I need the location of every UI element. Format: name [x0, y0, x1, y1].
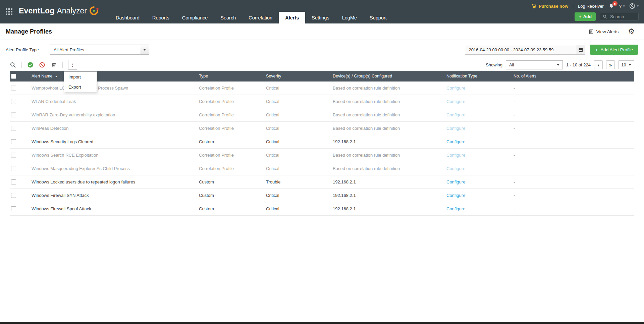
alert-type: Correlation Profile [199, 112, 266, 117]
enable-check-icon[interactable] [27, 62, 34, 68]
purchase-now-link[interactable]: Purchase now [531, 3, 568, 9]
row-checkbox[interactable] [11, 139, 16, 144]
cart-icon [531, 3, 537, 9]
column-alert-name[interactable]: Alert Name ▲ [26, 74, 199, 78]
last-page-button[interactable]: » [606, 60, 615, 69]
column-notification-type[interactable]: Notification Type [446, 74, 514, 78]
calendar-icon[interactable] [576, 45, 585, 55]
page-size-select[interactable]: 10 [618, 60, 634, 69]
nav-settings[interactable]: Settings [305, 12, 335, 23]
notifications-bell-icon[interactable]: 5 [608, 3, 614, 9]
menu-item-import[interactable]: Import [64, 72, 97, 82]
more-actions-button[interactable]: ⋮ [68, 60, 77, 70]
add-alert-profile-button[interactable]: + Add Alert Profile [590, 45, 638, 55]
row-checkbox[interactable] [11, 179, 16, 184]
alert-count: - [514, 166, 634, 171]
alert-devices: Based on correlation rule definition [333, 112, 446, 117]
nav-alerts[interactable]: Alerts [279, 12, 305, 23]
top-right-utilities: Purchase now Log Receiver 5 ? ▾ ▾ [531, 2, 639, 10]
alert-devices: 192.168.2.1 [333, 179, 446, 184]
configure-link[interactable]: Configure [446, 99, 465, 104]
column-devices[interactable]: Device(s) / Group(s) Configured [333, 74, 446, 78]
alert-name: Wsmprovhost LOLBAS Execution Process Spa… [26, 86, 199, 91]
logo-text-light: Analyzer [57, 6, 87, 15]
divider [573, 4, 573, 8]
select-all-checkbox[interactable] [11, 74, 16, 79]
alert-devices: Based on correlation rule definition [333, 126, 446, 131]
nav-logme[interactable]: LogMe [336, 12, 363, 23]
row-checkbox[interactable] [11, 166, 16, 171]
alert-severity: Critical [266, 126, 333, 131]
row-checkbox[interactable] [11, 112, 16, 117]
view-alerts-button[interactable]: View Alerts [588, 29, 619, 35]
filter-row: Alert Profile Type All Alert Profiles 20… [0, 40, 644, 59]
chevron-down-icon: ▾ [623, 4, 625, 8]
alert-type: Custom [199, 179, 266, 184]
alert-type: Correlation Profile [199, 166, 266, 171]
configure-link[interactable]: Configure [446, 86, 465, 91]
logo-swirl-icon [89, 6, 99, 16]
alert-count: - [514, 193, 634, 198]
more-actions-menu: Import Export [64, 71, 97, 92]
row-checkbox[interactable] [11, 193, 16, 198]
alert-devices: Based on correlation rule definition [333, 153, 446, 158]
alert-devices: 192.168.2.1 [333, 206, 446, 211]
table-row: Windows Security Logs Cleared Custom Cri… [10, 135, 634, 149]
apps-grid-icon[interactable] [5, 8, 13, 15]
configure-link[interactable]: Configure [446, 153, 465, 158]
user-icon [629, 3, 635, 9]
alert-severity: Critical [266, 153, 333, 158]
configure-link[interactable]: Configure [446, 193, 465, 198]
configure-link[interactable]: Configure [446, 126, 465, 131]
search-input[interactable] [609, 14, 635, 19]
pagination-range: 1 - 10 of 224 [566, 62, 591, 67]
row-checkbox[interactable] [11, 86, 16, 91]
user-menu[interactable]: ▾ [629, 3, 639, 9]
alert-type: Custom [199, 139, 266, 144]
delete-trash-icon[interactable] [51, 62, 57, 68]
add-button[interactable]: + Add [575, 12, 596, 21]
profile-type-select[interactable]: All Alert Profiles [50, 45, 149, 55]
alert-count: - [514, 86, 634, 91]
column-severity[interactable]: Severity [266, 74, 333, 78]
search-icon [603, 14, 607, 19]
table-row: WinPeas Detection Correlation Profile Cr… [10, 122, 634, 135]
menu-item-export[interactable]: Export [64, 82, 97, 92]
settings-gear-icon[interactable]: ⚙ [628, 28, 635, 35]
profile-type-label: Alert Profile Type [6, 47, 39, 52]
nav-dashboard[interactable]: Dashboard [109, 12, 146, 23]
column-type[interactable]: Type [199, 74, 266, 78]
alert-name: WinRAR Zero-Day vulnerability exploitati… [26, 112, 199, 117]
column-no-of-alerts[interactable]: No. of Alerts [514, 74, 634, 78]
nav-search[interactable]: Search [214, 12, 242, 23]
alert-devices: Based on correlation rule definition [333, 86, 446, 91]
row-checkbox[interactable] [11, 206, 16, 211]
alert-name: Windows Search RCE Exploitation [26, 153, 199, 158]
next-page-button[interactable]: › [594, 60, 603, 69]
table-row: Windows Search RCE Exploitation Correlat… [10, 149, 634, 162]
disable-ban-icon[interactable] [39, 62, 45, 68]
date-range-input[interactable]: 2016-04-23 00:00:00 - 2024-07-09 23:59:5… [465, 45, 576, 55]
configure-link[interactable]: Configure [446, 112, 465, 117]
table-header: Alert Name ▲ Type Severity Device(s) / G… [10, 71, 634, 82]
nav-reports[interactable]: Reports [146, 12, 176, 23]
row-checkbox[interactable] [11, 153, 16, 158]
table-row: WLAN Credential Leak Correlation Profile… [10, 95, 634, 108]
help-menu[interactable]: ? ▾ [619, 4, 625, 9]
configure-link[interactable]: Configure [446, 206, 465, 211]
global-search[interactable] [600, 13, 639, 21]
nav-support[interactable]: Support [363, 12, 393, 23]
configure-link[interactable]: Configure [446, 139, 465, 144]
log-receiver-link[interactable]: Log Receiver [578, 4, 604, 9]
search-profiles-icon[interactable] [10, 62, 16, 68]
row-checkbox[interactable] [11, 126, 16, 131]
configure-link[interactable]: Configure [446, 179, 465, 184]
alert-name: Windows Firewall Spoof Attack [26, 206, 199, 211]
nav-compliance[interactable]: Compliance [176, 12, 214, 23]
configure-link[interactable]: Configure [446, 166, 465, 171]
nav-correlation[interactable]: Correlation [242, 12, 279, 23]
help-icon: ? [619, 4, 622, 9]
showing-filter-select[interactable]: All [506, 60, 563, 69]
alert-type: Correlation Profile [199, 86, 266, 91]
row-checkbox[interactable] [11, 99, 16, 104]
